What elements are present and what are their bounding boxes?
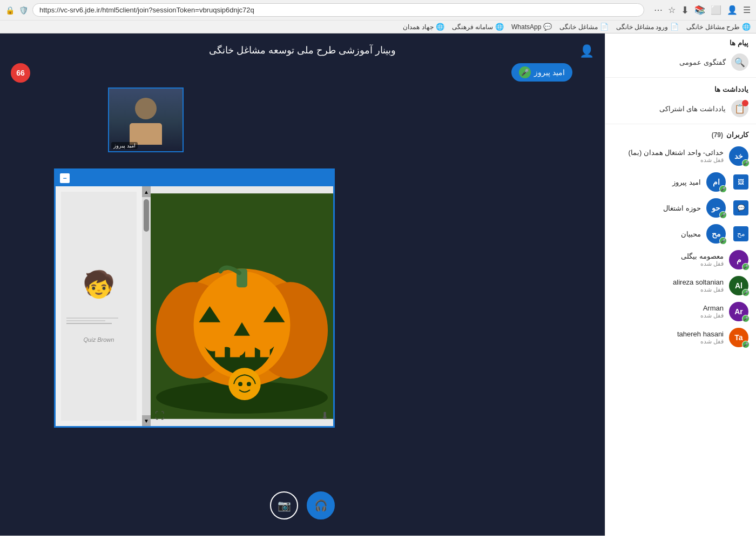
notes-red-dot <box>742 100 748 106</box>
user-info: حوزه اشتغال <box>613 204 701 212</box>
user-status: قفل شده <box>613 312 724 319</box>
public-chat-item[interactable]: 🔍 گفتگوی عمومی <box>605 49 756 75</box>
presentation-header: − <box>56 170 333 186</box>
bookmark-jehad-icon: 🌐 <box>436 23 444 31</box>
browser-chrome: 🔒 🛡️ ⋯ ☆ ⬇ 📚 ⬜ 👤 ☰ 🌐 طرح مشاغل خانگی 📄 و… <box>0 0 756 33</box>
user-name: امید پیروز <box>613 178 701 186</box>
bookmark-samaneh-label: سامانه فرهنگی <box>452 23 493 31</box>
video-icon: 📷 <box>278 499 291 512</box>
user-avatar-text: حو <box>712 204 720 212</box>
user-item[interactable]: Ta 🎤 tahereh hasani قفل شده <box>605 325 756 350</box>
svg-rect-12 <box>245 347 255 357</box>
user-avatar: خد 🎤 <box>729 146 748 166</box>
participant-count: 66 <box>11 63 30 83</box>
bookmark-vorod[interactable]: 📄 ورود مشاغل خانگی <box>616 23 679 31</box>
user-avatar: ام 🎤 <box>706 172 726 192</box>
video-area: وبینار آموزشی طرح ملی توسعه مشاغل خانگی … <box>0 33 605 536</box>
bookmark-tarh[interactable]: 🌐 طرح مشاغل خانگی <box>686 23 751 31</box>
presentation-main-content: ⛶ ⬇ <box>151 186 333 426</box>
main-layout: وبینار آموزشی طرح ملی توسعه مشاغل خانگی … <box>0 33 756 536</box>
scroll-up-btn[interactable]: ▲ <box>142 186 151 197</box>
user-item[interactable]: خد 🎤 خدائی- واحد اشتغال همدان (بما) قفل … <box>605 143 756 169</box>
user-status: قفل شده <box>613 286 724 293</box>
video-toggle-btn[interactable]: 📷 <box>270 491 298 519</box>
more-icon[interactable]: ⋯ <box>654 5 663 15</box>
pumpkin-illustration <box>151 186 333 426</box>
user-info: tahereh hasani قفل شده <box>613 330 724 345</box>
notes-header: یادداشت ها <box>605 80 756 96</box>
svg-point-15 <box>238 382 242 386</box>
bookmark-jehad[interactable]: 🌐 جهاد همدان <box>403 23 444 31</box>
scroll-down-btn[interactable]: ▼ <box>142 415 151 426</box>
lock-icon: 🔒 <box>5 6 15 15</box>
bookmark-mashaghel-label: مشاغل خانگی <box>559 23 597 31</box>
speaker-badge: امید پیروز 🎤 <box>511 63 572 82</box>
bookmark-vorod-icon: 📄 <box>670 23 679 31</box>
public-chat-icon: 🔍 <box>731 53 748 71</box>
webcam-inner: ✕ امید پیروز <box>109 89 183 151</box>
url-input[interactable] <box>32 3 644 17</box>
slide-sticker: 🧒 <box>83 269 115 300</box>
users-label: کاربران <box>726 131 748 139</box>
user-extra-icon: 💬 <box>733 200 748 215</box>
webcam-container: ✕ امید پیروز <box>108 87 184 152</box>
user-info: معصومه بیگلی قفل شده <box>613 252 724 267</box>
bookmark-star-icon[interactable]: ☆ <box>668 5 676 15</box>
messages-header: پیام ها <box>605 33 756 49</box>
profile-icon[interactable]: 👤 <box>727 5 738 15</box>
user-name: حوزه اشتغال <box>613 204 701 212</box>
bookmark-samaneh[interactable]: 🌐 سامانه فرهنگی <box>452 23 504 31</box>
mic-icon: 🎤 <box>742 289 750 296</box>
bookmark-vorod-label: ورود مشاغل خانگی <box>616 23 669 31</box>
user-info: امید پیروز <box>613 178 701 186</box>
mic-icon: 🎤 <box>742 263 750 271</box>
browser-toolbar: ⋯ ☆ ⬇ 📚 ⬜ 👤 ☰ <box>654 4 751 16</box>
user-info: خدائی- واحد اشتغال همدان (بما) قفل شده <box>613 148 724 164</box>
search-icon: 🔍 <box>734 57 745 68</box>
presentation-container: − 🧒 Quiz Brown <box>54 168 335 428</box>
webcam-label: امید پیروز <box>111 142 138 149</box>
user-avatar-text: Ar <box>734 307 743 316</box>
user-item[interactable]: 💬 حو 🎤 حوزه اشتغال <box>605 195 756 221</box>
audio-toggle-btn[interactable]: 🎧 <box>307 491 335 519</box>
bookmark-mashaghel-icon: 📄 <box>600 23 609 31</box>
menu-icon[interactable]: ☰ <box>743 5 751 15</box>
user-extra-icon: 🖼 <box>733 174 748 190</box>
user-name: tahereh hasani <box>613 330 724 338</box>
mic-icon: 🎤 <box>719 211 727 219</box>
user-item[interactable]: مح مح 🎤 محبیان <box>605 221 756 247</box>
address-bar: 🔒 🛡️ ⋯ ☆ ⬇ 📚 ⬜ 👤 ☰ <box>0 0 756 20</box>
user-item[interactable]: م 🎤 معصومه بیگلی قفل شده <box>605 247 756 273</box>
user-item[interactable]: Al 🎤 alireza soltanian قفل شده <box>605 273 756 299</box>
webinar-title: وبینار آموزشی طرح ملی توسعه مشاغل خانگی <box>0 44 605 56</box>
bookmark-tarh-label: طرح مشاغل خانگی <box>686 23 740 31</box>
fullscreen-btn[interactable]: ⛶ <box>155 410 165 422</box>
user-extra-icon: مح <box>733 226 748 241</box>
user-avatar: Ta 🎤 <box>729 328 748 347</box>
download-btn[interactable]: ⬇ <box>321 410 329 422</box>
user-avatar-text: خد <box>734 152 743 160</box>
user-list: خد 🎤 خدائی- واحد اشتغال همدان (بما) قفل … <box>605 143 756 536</box>
user-avatar: Al 🎤 <box>729 276 748 295</box>
user-item[interactable]: 🖼 ام 🎤 امید پیروز <box>605 169 756 195</box>
bookmark-jehad-label: جهاد همدان <box>403 23 433 31</box>
user-status: قفل شده <box>613 260 724 267</box>
user-info: Arman قفل شده <box>613 304 724 319</box>
user-item[interactable]: Ar 🎤 Arman قفل شده <box>605 299 756 325</box>
bookmark-whatsapp[interactable]: 💬 WhatsApp <box>511 23 552 31</box>
shared-notes-item[interactable]: 📋 یادداشت های اشتراکی <box>605 96 756 122</box>
download-icon[interactable]: ⬇ <box>681 4 689 16</box>
svg-rect-13 <box>260 347 270 357</box>
library-icon[interactable]: 📚 <box>694 5 705 15</box>
tab-icon[interactable]: ⬜ <box>711 5 721 15</box>
user-info: alireza soltanian قفل شده <box>613 278 724 293</box>
person-icon: 👤 <box>579 44 594 58</box>
svg-rect-10 <box>215 347 225 357</box>
mic-icon: 🎤 <box>719 237 727 245</box>
presentation-minimize-btn[interactable]: − <box>60 173 70 183</box>
public-chat-label: گفتگوی عمومی <box>679 58 726 66</box>
sidebar-divider-1 <box>605 77 756 78</box>
scroll-thumb[interactable] <box>144 199 149 232</box>
svg-point-14 <box>228 368 261 400</box>
bookmark-mashaghel[interactable]: 📄 مشاغل خانگی <box>559 23 608 31</box>
